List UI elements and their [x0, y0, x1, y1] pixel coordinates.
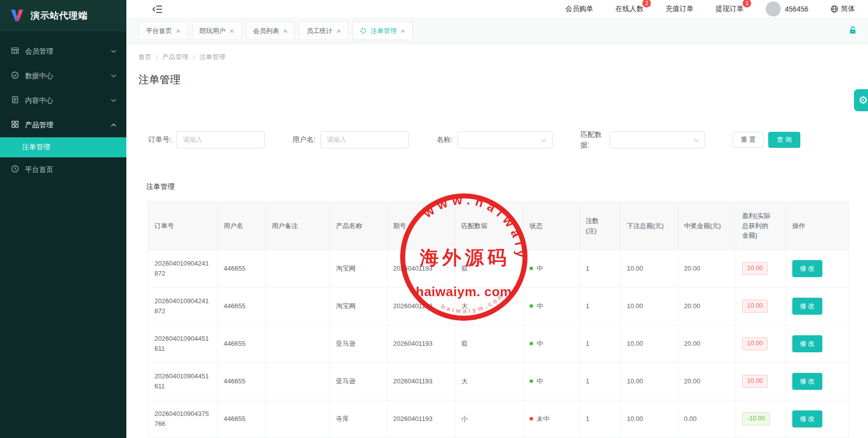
status-dot: [530, 342, 533, 345]
chevron-down-icon: [693, 139, 699, 142]
close-icon[interactable]: ×: [336, 27, 341, 35]
sidebar-item[interactable]: 平台首页: [0, 157, 126, 182]
tab-item[interactable]: 注单管理×: [353, 22, 413, 40]
tab-label: 陪玩用户: [200, 27, 226, 36]
notification-badge: 2: [642, 0, 651, 8]
cell-order-no: 202604010904451611: [148, 363, 218, 400]
match-data-select[interactable]: [610, 131, 705, 148]
sidebar-subitem[interactable]: 注单管理: [0, 137, 126, 157]
order-no-input[interactable]: [177, 131, 265, 148]
column-header: 订单号: [148, 202, 218, 250]
cell-username: 446655: [218, 325, 266, 363]
orders-table: 订单号用户名用户备注产品名称期号匹配数据状态注数 (注)下注总额(元)中奖金额(…: [148, 201, 849, 438]
username-input[interactable]: [320, 131, 409, 148]
unlock-icon[interactable]: [848, 26, 857, 37]
cell-match: 双: [455, 250, 524, 288]
table-row: 202604010904241872 446655 淘宝网 2026040119…: [148, 250, 849, 288]
cell-bet-total: 10.00: [621, 250, 678, 288]
orders-table-wrap: 订单号用户名用户备注产品名称期号匹配数据状态注数 (注)下注总额(元)中奖金额(…: [148, 201, 856, 438]
username-label: 用户名:: [292, 135, 315, 144]
sidebar-item[interactable]: 内容中心: [0, 88, 126, 113]
nav-item[interactable]: 会员购单: [565, 5, 593, 14]
edit-button[interactable]: 修 改: [792, 410, 822, 427]
cell-order-no: 202604010904375766: [148, 400, 218, 438]
column-header: 用户名: [218, 202, 266, 250]
cell-product: 淘宝网: [330, 288, 387, 325]
search-button[interactable]: 查 询: [768, 132, 800, 148]
cell-period: 20260401193: [387, 363, 455, 400]
order-no-filter: 订单号:: [148, 131, 265, 148]
tab-label: 平台首页: [146, 27, 172, 36]
status-dot: [530, 379, 533, 383]
sidebar-item[interactable]: 会员管理: [0, 39, 126, 64]
cell-remark: [266, 325, 330, 363]
cell-win-amount: 20.00: [678, 325, 736, 363]
column-header: 下注总额(元): [621, 202, 678, 250]
tab-item[interactable]: 平台首页×: [138, 22, 188, 40]
column-header: 中奖金额(元): [678, 202, 736, 250]
breadcrumb-product[interactable]: 产品管理: [162, 53, 189, 62]
cell-username: 446655: [218, 250, 266, 288]
nav-item[interactable]: 充值订单: [665, 5, 693, 14]
edit-button[interactable]: 修 改: [792, 335, 822, 352]
cell-count: 1: [580, 363, 621, 400]
edit-button[interactable]: 修 改: [792, 298, 822, 315]
sidebar-item[interactable]: 数据中心: [0, 64, 126, 88]
tab-item[interactable]: 会员列表×: [246, 22, 295, 40]
cell-profit: 10.00: [736, 250, 786, 288]
column-header: 匹配数据: [455, 202, 524, 250]
cell-username: 446655: [218, 363, 266, 400]
cell-product: 淘宝网: [330, 250, 387, 288]
language-switcher[interactable]: 简体: [830, 5, 855, 14]
refresh-icon[interactable]: [360, 28, 367, 34]
edit-button[interactable]: 修 改: [792, 260, 822, 277]
nav-item[interactable]: 在线人数2: [615, 5, 643, 14]
sidebar-item-label: 产品管理: [25, 121, 111, 130]
sidebar: 演示站代理端 会员管理 数据中心 内容中心 产品管理 注单管理 平台首页: [0, 0, 126, 438]
name-filter: 名称:: [436, 131, 553, 148]
cell-count: 1: [580, 288, 621, 325]
cell-profit: -10.00: [736, 400, 786, 438]
close-icon[interactable]: ×: [283, 27, 288, 35]
cell-win-amount: 20.00: [678, 363, 736, 400]
cell-status: 中: [524, 250, 580, 288]
cell-order-no: 202604010904241872: [148, 250, 218, 288]
sidebar-item[interactable]: 产品管理: [0, 113, 126, 137]
grid-icon: [11, 47, 19, 56]
clock-icon: [11, 165, 19, 174]
column-header: 状态: [524, 202, 580, 250]
cell-period: 20260401193: [387, 250, 455, 288]
sidebar-item-label: 内容中心: [25, 96, 111, 105]
cell-win-amount: 20.00: [678, 288, 736, 325]
cell-bet-total: 10.00: [621, 325, 678, 363]
status-dot: [530, 304, 533, 308]
cell-bet-total: 10.00: [621, 288, 678, 325]
page-content: 首页 / 产品管理 / 注单管理 注单管理 订单号: 用户名: 名称:: [126, 44, 868, 438]
menu-fold-icon[interactable]: [152, 5, 162, 14]
cell-action: 修 改: [786, 250, 849, 288]
chevron-down-icon: [111, 74, 116, 78]
edit-button[interactable]: 修 改: [792, 373, 822, 390]
name-select[interactable]: [457, 131, 553, 148]
tab-item[interactable]: 陪玩用户×: [192, 22, 242, 40]
modules-icon: [11, 120, 19, 130]
tab-bar: 平台首页×陪玩用户×会员列表×员工统计×注单管理×: [126, 19, 868, 44]
check-circle-icon: [11, 71, 19, 81]
cell-profit: 10.00: [736, 288, 786, 325]
app-root: 演示站代理端 会员管理 数据中心 内容中心 产品管理 注单管理 平台首页: [0, 0, 868, 438]
close-icon[interactable]: ×: [176, 27, 181, 35]
table-header-row: 订单号用户名用户备注产品名称期号匹配数据状态注数 (注)下注总额(元)中奖金额(…: [148, 202, 849, 250]
close-icon[interactable]: ×: [401, 27, 405, 35]
breadcrumb-home[interactable]: 首页: [138, 53, 151, 62]
cell-period: 20260401193: [387, 400, 455, 438]
cell-order-no: 202604010904241872: [148, 288, 218, 325]
document-icon: [11, 96, 19, 105]
tab-item[interactable]: 员工统计×: [299, 22, 349, 40]
avatar[interactable]: [766, 2, 781, 17]
user-menu[interactable]: 456456: [766, 2, 808, 17]
close-icon[interactable]: ×: [230, 27, 234, 35]
reset-button[interactable]: 重 置: [733, 132, 764, 148]
cell-remark: [266, 363, 330, 400]
settings-gear-button[interactable]: ⚙: [854, 89, 868, 111]
nav-item[interactable]: 提现订单1: [716, 5, 744, 14]
